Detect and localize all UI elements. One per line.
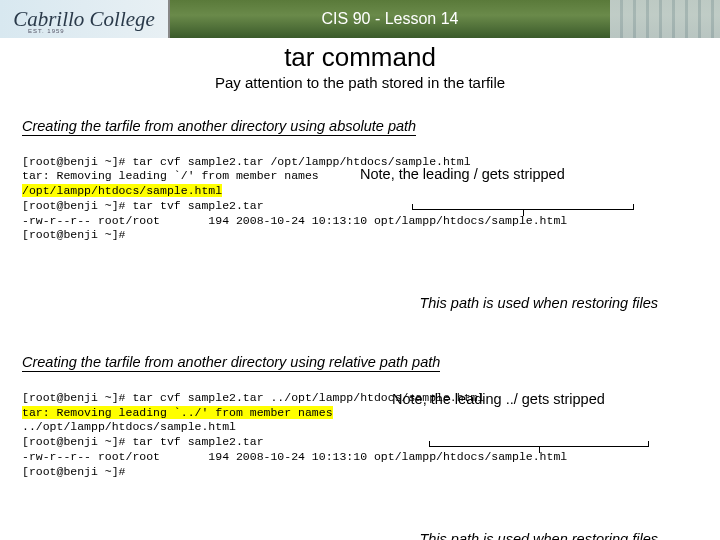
term-line: -rw-r--r-- root/root 194 2008-10-24 10:1… — [22, 214, 567, 227]
terminal-block: [root@benji ~]# tar cvf sample2.tar ../o… — [22, 376, 698, 523]
annotation-note: Note, the leading ../ gets stripped — [392, 390, 605, 409]
term-line: tar: Removing leading `/' from member na… — [22, 169, 319, 182]
term-line: [root@benji ~]# — [22, 465, 126, 478]
term-line: [root@benji ~]# tar tvf sample2.tar — [22, 435, 264, 448]
terminal-block: [root@benji ~]# tar cvf sample2.tar /opt… — [22, 140, 698, 287]
section-heading: Creating the tarfile from another direct… — [22, 354, 440, 372]
bracket-indicator — [429, 441, 649, 447]
term-line: [root@benji ~]# — [22, 228, 126, 241]
bracket-indicator — [412, 204, 634, 210]
term-line: -rw-r--r-- root/root 194 2008-10-24 10:1… — [22, 450, 567, 463]
header-bar: Cabrillo College EST. 1959 CIS 90 - Less… — [0, 0, 720, 38]
highlighted-path: /opt/lampp/htdocs/sample.html — [22, 184, 222, 197]
caption-text: This path is used when restoring files — [22, 531, 698, 540]
logo-subtext: EST. 1959 — [28, 28, 65, 34]
section-heading: Creating the tarfile from another direct… — [22, 118, 416, 136]
page-title: tar command — [0, 42, 720, 73]
caption-text: This path is used when restoring files — [22, 295, 698, 311]
annotation-note: Note, the leading / gets stripped — [360, 165, 565, 184]
header-decorative-image — [610, 0, 720, 38]
term-line: [root@benji ~]# tar tvf sample2.tar — [22, 199, 264, 212]
college-logo: Cabrillo College EST. 1959 — [0, 0, 170, 38]
section-absolute-path: Creating the tarfile from another direct… — [0, 117, 720, 311]
page-subtitle: Pay attention to the path stored in the … — [0, 74, 720, 91]
term-line: ../opt/lampp/htdocs/sample.html — [22, 420, 236, 433]
highlighted-line: tar: Removing leading `../' from member … — [22, 406, 333, 419]
section-relative-path: Creating the tarfile from another direct… — [0, 353, 720, 540]
